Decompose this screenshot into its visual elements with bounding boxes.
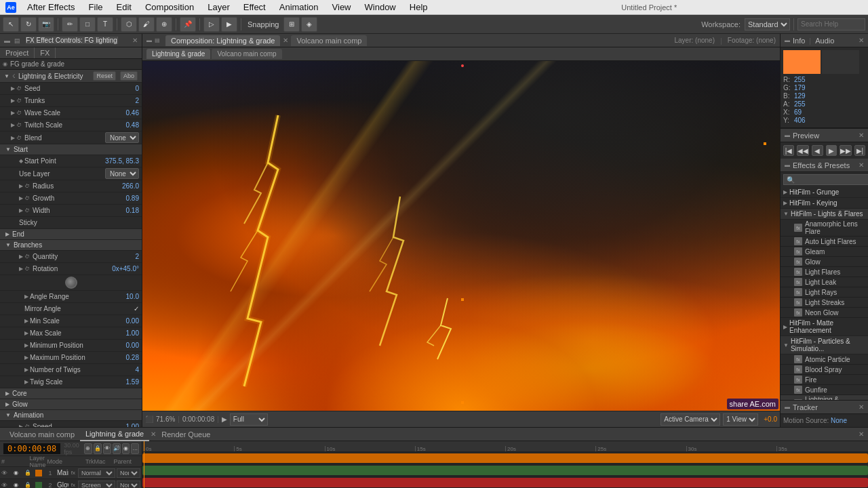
preview-back[interactable]: ◀	[812, 145, 823, 156]
prop-numtwigs-value[interactable]: 4	[112, 366, 139, 373]
layer1-name[interactable]: Main grade	[57, 469, 68, 476]
cat-keying[interactable]: ▶ HitFilm - Keying	[781, 198, 868, 209]
timeline-tab-close[interactable]: ✕	[151, 430, 156, 438]
effect-bloodspray[interactable]: fx Blood Spray	[781, 365, 868, 375]
search-input[interactable]	[797, 18, 865, 30]
section-glow[interactable]: ▶ Glow	[0, 399, 142, 410]
prop-uselayer-value[interactable]: None	[105, 168, 139, 179]
effect-gunfire[interactable]: fx Gunfire	[781, 385, 868, 395]
tab-effect-controls[interactable]: FX Effect Controls: FG lighting	[26, 37, 118, 44]
menu-file[interactable]: File	[83, 0, 108, 15]
cat-grunge[interactable]: ▶ HitFilm - Grunge	[781, 187, 868, 198]
tool-mask[interactable]: ⬡	[121, 17, 137, 32]
section-start[interactable]: ▼ Start	[0, 144, 142, 155]
tool-pin[interactable]: 📌	[180, 17, 196, 32]
timeline-tab-renderqueue[interactable]: Render Queue	[156, 428, 216, 441]
prop-growth-value[interactable]: 0.89	[112, 195, 139, 202]
effect-lightleak[interactable]: fx Light Leak	[781, 277, 868, 287]
fx-section-lightning[interactable]: ▼ ☇ Lightning & Electricity Reset Abo	[0, 70, 142, 83]
prop-radius-value[interactable]: 266.0	[112, 182, 139, 190]
section-core[interactable]: ▶ Core	[0, 388, 142, 399]
prop-maxpos-value[interactable]: 0.28	[112, 354, 139, 361]
prop-wavescale-value[interactable]: 0.46	[112, 109, 139, 117]
effects-close[interactable]: ✕	[859, 161, 864, 169]
preview-play[interactable]: ▶	[826, 145, 837, 156]
tl-bar-2[interactable]	[142, 466, 868, 475]
effect-anamorphic[interactable]: fx Anamorphic Lens Flare	[781, 220, 868, 237]
layer1-trk[interactable]: None	[117, 468, 140, 478]
prop-minscale-value[interactable]: 0.00	[112, 317, 139, 325]
prop-seed-value[interactable]: 0	[112, 85, 139, 92]
prop-minpos-value[interactable]: 0.00	[112, 342, 139, 349]
tl-btn-magnet[interactable]: ⊕	[84, 443, 92, 454]
prop-quantity-value[interactable]: 2	[112, 253, 139, 260]
menu-edit[interactable]: Edit	[111, 0, 137, 15]
comp-tab-volcano[interactable]: Volcano main comp	[291, 35, 367, 46]
tracker-close[interactable]: ✕	[859, 403, 864, 411]
effect-autolightflares[interactable]: fx Auto Light Flares	[781, 237, 868, 247]
timeline-close[interactable]: ✕	[859, 430, 864, 438]
comp-bottom-btn1[interactable]: ▶	[222, 415, 227, 423]
tool-select[interactable]: ↖	[3, 17, 19, 32]
layer2-eye[interactable]: 👁	[1, 482, 7, 489]
layer2-lock[interactable]: 🔒	[24, 482, 34, 488]
tab-project[interactable]: Project	[0, 47, 35, 58]
info-tab[interactable]: Info	[793, 37, 805, 45]
timeline-tab-lightning[interactable]: Lightning & grade	[80, 428, 149, 441]
tl-btn-solo[interactable]: ◉	[122, 443, 130, 454]
layer2-solo[interactable]: ◉	[14, 482, 23, 488]
layer2-trk[interactable]: None	[117, 481, 140, 489]
tool-brush[interactable]: 🖌	[138, 17, 155, 32]
timeline-tab-volcano[interactable]: Volcano main comp	[4, 428, 80, 441]
effect-atomicparticle[interactable]: fx Atomic Particle	[781, 354, 868, 365]
menu-view[interactable]: View	[327, 0, 357, 15]
menu-layer[interactable]: Layer	[202, 0, 235, 15]
prop-blend-value[interactable]: None	[105, 132, 139, 143]
panel-close[interactable]: ✕	[132, 37, 138, 44]
prop-anglerange-value[interactable]: 10.0	[112, 293, 139, 300]
reset-btn[interactable]: Reset	[93, 71, 116, 81]
cat-particles[interactable]: ▼ HitFilm - Particles & Simulatio...	[781, 336, 868, 354]
menu-after-effects[interactable]: After Effects	[22, 0, 81, 15]
resolution-select[interactable]: Full Half Quarter	[230, 413, 268, 426]
snapping-toggle[interactable]: ⊞	[283, 17, 300, 32]
subtab-volcanocomp[interactable]: Volcano main comp	[212, 49, 281, 59]
prop-twitchscale-value[interactable]: 0.48	[112, 121, 139, 129]
section-end[interactable]: ▶ End	[0, 229, 142, 240]
layer1-lock[interactable]: 🔒	[24, 470, 34, 476]
comp-tab-close[interactable]: ✕	[283, 37, 288, 44]
effect-lightflares[interactable]: fx Light Flares	[781, 267, 868, 277]
comp-viewport[interactable]: share AE.com	[142, 61, 780, 411]
prop-twigscale-value[interactable]: 1.59	[112, 378, 139, 386]
section-animation[interactable]: ▼ Animation	[0, 410, 142, 421]
effect-lightning[interactable]: fx Lightning & Electricity	[781, 395, 868, 400]
preview-first[interactable]: |◀	[783, 145, 794, 156]
menu-help[interactable]: Help	[404, 0, 433, 15]
prop-maxscale-value[interactable]: 1.00	[112, 329, 139, 337]
section-branches[interactable]: ▼ Branches	[0, 240, 142, 251]
tool-shape[interactable]: □	[79, 17, 96, 32]
abo-btn[interactable]: Abo	[120, 71, 138, 81]
prop-trunks-value[interactable]: 2	[112, 97, 139, 104]
menu-effect[interactable]: Effect	[238, 0, 271, 15]
color-swatch-fg[interactable]	[783, 50, 821, 74]
tl-btn-more[interactable]: …	[131, 443, 139, 454]
layer2-mode[interactable]: Screen	[78, 481, 115, 489]
preview-last[interactable]: ▶|	[854, 145, 865, 156]
prop-mirrorangle-value[interactable]: ✓	[134, 305, 139, 312]
menu-composition[interactable]: Composition	[140, 0, 199, 15]
tool-clone[interactable]: ⊕	[156, 17, 172, 32]
timeline-bars[interactable]	[142, 452, 868, 488]
effects-search[interactable]	[783, 174, 868, 185]
info-close[interactable]: ✕	[859, 37, 864, 44]
menu-window[interactable]: Window	[359, 0, 401, 15]
timecode[interactable]: 0:00:00:08	[3, 443, 61, 455]
layer1-eye[interactable]: 👁	[1, 470, 7, 476]
snapping-extra[interactable]: ◈	[301, 17, 317, 32]
tl-btn-mute[interactable]: 🔊	[113, 443, 121, 454]
layer2-name[interactable]: Glow grade	[57, 481, 68, 488]
effect-fire[interactable]: fx Fire	[781, 375, 868, 385]
tl-bar-3[interactable]	[142, 478, 868, 487]
cat-lensflares[interactable]: ▼ HitFilm - Lights & Flares	[781, 209, 868, 220]
audio-tab[interactable]: Audio	[815, 37, 834, 45]
